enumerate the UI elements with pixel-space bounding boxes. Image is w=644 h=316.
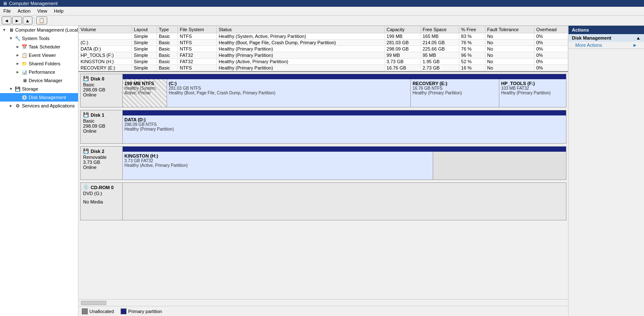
table-row[interactable]: KINGSTON (H:) Simple Basic FAT32 Healthy… xyxy=(79,59,568,65)
disk-0-part-hptools[interactable]: HP_TOOLS (F:) 103 MB FAT32 Healthy (Prim… xyxy=(499,79,566,107)
cell-layout: Simple xyxy=(132,52,157,59)
col-volume[interactable]: Volume xyxy=(79,26,132,33)
col-freespace[interactable]: Free Space xyxy=(420,26,459,33)
toolbar-up[interactable]: ▲ xyxy=(23,16,32,24)
disk-2-part-kingston-size: 3.73 GB FAT32 xyxy=(124,158,431,163)
cell-layout: Simple xyxy=(132,59,157,65)
menu-action[interactable]: Action xyxy=(14,8,34,14)
tree-item-storage[interactable]: ▼ 💾 Storage xyxy=(0,85,78,93)
menu-help[interactable]: Help xyxy=(51,8,67,14)
col-pctfree[interactable]: % Free xyxy=(459,26,485,33)
device-manager-label: Device Manager xyxy=(29,78,62,83)
disk-0-size: 298.09 GB xyxy=(83,87,120,92)
tree-item-computer-mgmt[interactable]: ▼ 🖥 Computer Management (Local) xyxy=(0,26,78,34)
cell-pctfree: 76 % xyxy=(459,46,485,52)
cell-type: Basic xyxy=(157,52,178,59)
disk-row-2: 💾 Disk 2 Removable 3.73 GB Online KINGST… xyxy=(80,146,566,180)
actions-more-actions-arrow: ► xyxy=(633,43,637,48)
col-type[interactable]: Type xyxy=(157,26,178,33)
actions-panel: Actions Disk Management ▲ More Actions ► xyxy=(568,26,644,316)
cdrom-type: DVD (G:) xyxy=(83,191,120,196)
disk-2-name: Disk 2 xyxy=(91,149,104,154)
actions-more-actions[interactable]: More Actions ► xyxy=(569,42,644,48)
horizontal-scrollbar[interactable] xyxy=(78,299,568,306)
tree-item-event-viewer[interactable]: ► 📋 Event Viewer xyxy=(0,51,78,59)
table-row[interactable]: RECOVERY (E:) Simple Basic NTFS Healthy … xyxy=(79,65,568,71)
disk-0-part-system[interactable]: 199 MB NTFS Healthy (System, Active, Pri… xyxy=(123,79,167,107)
disk-row-cdrom: 💿 CD-ROM 0 DVD (G:) No Media xyxy=(80,182,566,220)
cell-pctfree: 83 % xyxy=(459,33,485,40)
menu-view[interactable]: View xyxy=(34,8,51,14)
col-layout[interactable]: Layout xyxy=(132,26,157,33)
cell-pctfree: 96 % xyxy=(459,52,485,59)
actions-section-disk-mgmt-title[interactable]: Disk Management ▲ xyxy=(569,34,644,42)
col-capacity[interactable]: Capacity xyxy=(385,26,420,33)
disk-visual-area: 💾 Disk 0 Basic 298.09 GB Online 199 MB N… xyxy=(78,72,568,299)
cell-capacity: 281.03 GB xyxy=(385,40,420,46)
disk-2-part-kingston[interactable]: KINGSTON (H:) 3.73 GB FAT32 Healthy (Act… xyxy=(123,152,433,179)
disk-0-part-hptools-size: 103 MB FAT32 xyxy=(501,86,564,91)
tree-item-task-scheduler[interactable]: ► 📅 Task Scheduler xyxy=(0,43,78,51)
disk-2-part-kingston-name: KINGSTON (H:) xyxy=(124,153,431,158)
col-status[interactable]: Status xyxy=(217,26,385,33)
table-row[interactable]: DATA (D:) Simple Basic NTFS Healthy (Pri… xyxy=(79,46,568,52)
disk-1-label: 💾 Disk 1 Basic 298.09 GB Online xyxy=(81,110,123,143)
disk-0-bar xyxy=(123,74,566,79)
disk-table: Volume Layout Type File System Status Ca… xyxy=(78,26,568,71)
menu-file[interactable]: File xyxy=(0,8,14,14)
tree-item-shared-folders[interactable]: ► 📁 Shared Folders xyxy=(0,59,78,68)
legend-primary-label: Primary partition xyxy=(128,309,162,314)
cell-faulttol: No xyxy=(485,33,534,40)
cell-faulttol: No xyxy=(485,40,534,46)
col-overhead[interactable]: Overhead xyxy=(534,26,568,33)
disk-1-drive-icon: 💾 xyxy=(83,112,89,118)
expand-icon-services-apps: ► xyxy=(8,102,14,109)
table-row[interactable]: Simple Basic NTFS Healthy (System, Activ… xyxy=(79,33,568,40)
computer-mgmt-label: Computer Management (Local) xyxy=(15,27,78,32)
col-filesystem[interactable]: File System xyxy=(178,26,217,33)
cell-volume: DATA (D:) xyxy=(79,46,132,52)
disk-0-part-system-status: Healthy (System, Active, Primar xyxy=(124,86,165,95)
cell-fs: NTFS xyxy=(178,33,217,40)
main-layout: ▼ 🖥 Computer Management (Local) ▼ 🔧 Syst… xyxy=(0,26,644,316)
cell-status: Healthy (Primary Partition) xyxy=(217,65,385,71)
cell-volume: (C:) xyxy=(79,40,132,46)
legend-primary: Primary partition xyxy=(121,308,162,314)
status-bar: Unallocated Primary partition xyxy=(78,306,568,316)
disk-0-part-recovery[interactable]: RECOVERY (E:) 16.76 GB NTFS Healthy (Pri… xyxy=(411,79,499,107)
tree-item-services-apps[interactable]: ► ⚙ Services and Applications xyxy=(0,102,78,110)
disk-1-part-data[interactable]: DATA (D:) 298.09 GB NTFS Healthy (Primar… xyxy=(123,115,566,143)
expand-icon-task-scheduler: ► xyxy=(14,43,21,50)
cell-status: Healthy (System, Active, Primary Partiti… xyxy=(217,33,385,40)
toolbar-back[interactable]: ◄ xyxy=(2,16,11,24)
disk-2-sublabel: Removable xyxy=(83,155,120,160)
tree-item-system-tools[interactable]: ▼ 🔧 System Tools xyxy=(0,34,78,43)
disk-2-part-empty xyxy=(433,152,566,179)
cell-overhead: 0% xyxy=(534,65,568,71)
disk-0-part-c[interactable]: (C:) 281.03 GB NTFS Healthy (Boot, Page … xyxy=(167,79,411,107)
expand-icon-shared-folders: ► xyxy=(14,60,21,67)
cell-status: Healthy (Primary Partition) xyxy=(217,52,385,59)
cell-capacity: 3.73 GB xyxy=(385,59,420,65)
toolbar-show-hide[interactable]: 📋 xyxy=(36,16,47,24)
toolbar-forward[interactable]: ► xyxy=(12,16,22,24)
col-faulttol[interactable]: Fault Tolerance xyxy=(485,26,534,33)
disk-0-part-recovery-name: RECOVERY (E:) xyxy=(412,81,497,86)
cell-fs: FAT32 xyxy=(178,59,217,65)
cell-status: Healthy (Boot, Page File, Crash Dump, Pr… xyxy=(217,40,385,46)
disk-1-sublabel: Basic xyxy=(83,118,120,123)
cell-freespace: 1.95 GB xyxy=(420,59,459,65)
disk-0-part-c-name: (C:) xyxy=(169,81,409,86)
h-scroll-thumb[interactable] xyxy=(81,301,106,305)
tree-item-disk-management[interactable]: ► 💿 Disk Management xyxy=(0,93,78,102)
disk-0-part-c-status: Healthy (Boot, Page File, Crash Dump, Pr… xyxy=(169,91,409,95)
cell-fs: NTFS xyxy=(178,46,217,52)
tree-item-device-manager[interactable]: ► 🖥 Device Manager xyxy=(0,76,78,85)
disk-management-icon: 💿 xyxy=(21,94,28,101)
table-row[interactable]: (C:) Simple Basic NTFS Healthy (Boot, Pa… xyxy=(79,40,568,46)
tree-item-performance[interactable]: ► 📊 Performance ➤ xyxy=(0,68,78,76)
disk-0-name: Disk 0 xyxy=(91,76,104,81)
table-row[interactable]: HP_TOOLS (F:) Simple Basic FAT32 Healthy… xyxy=(79,52,568,59)
disk-management-label: Disk Management xyxy=(29,95,66,100)
disk-2-label: 💾 Disk 2 Removable 3.73 GB Online xyxy=(81,147,123,179)
